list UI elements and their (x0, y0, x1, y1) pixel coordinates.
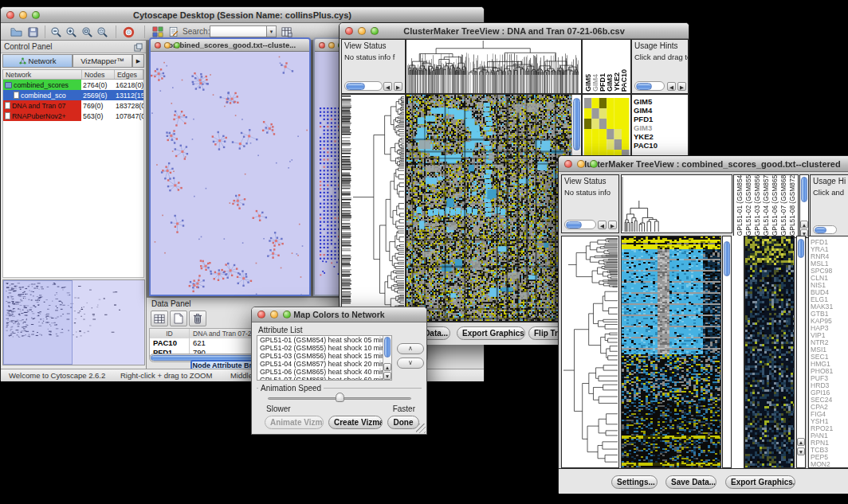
scrollbar-thumb[interactable] (566, 221, 582, 229)
zoom-button[interactable] (590, 160, 598, 168)
scroll-up-button[interactable]: ▲ (800, 221, 808, 229)
birds-eye-canvas[interactable] (3, 280, 144, 365)
save-session-button[interactable] (26, 25, 41, 39)
tv2-heatmap-panel[interactable] (621, 236, 721, 468)
close-button[interactable] (564, 160, 572, 168)
animate-vizmap-button[interactable]: Animate Vizmap (265, 416, 324, 429)
scrollbar-thumb[interactable] (801, 177, 807, 202)
tv2-zoom-vscrollbar[interactable]: ▲ ▼ (796, 236, 806, 468)
zoom-fit-button[interactable] (80, 25, 95, 39)
listbox-vscrollbar[interactable]: ▲ ▼ (383, 336, 391, 380)
scroll-down-button[interactable]: ▼ (797, 447, 805, 455)
export-graphics-button[interactable]: Export Graphics... (725, 475, 795, 489)
help-button[interactable] (121, 25, 136, 39)
birds-eye-view[interactable] (2, 279, 145, 365)
tv2-column-scrollbar[interactable]: ▲ ▼ (799, 174, 809, 238)
attribute-item[interactable]: GPL51-03 (GSM856) heat shock 15 min (257, 352, 391, 360)
tv1-row-dendrogram-panel[interactable] (341, 94, 406, 322)
treeview1-titlebar[interactable]: ClusterMaker TreeView : DNA and Tran 07-… (340, 23, 689, 39)
scrollbar-thumb[interactable] (724, 241, 730, 276)
open-session-button[interactable] (9, 25, 24, 39)
minimize-button[interactable] (358, 27, 366, 35)
create-vizmap-button[interactable]: Create Vizmap (328, 416, 383, 429)
zoom-out-button[interactable] (49, 25, 64, 39)
col-header-edges[interactable]: Edges (115, 70, 143, 79)
tab-vizmapper[interactable]: VizMapper™ (73, 54, 132, 68)
close-button[interactable] (345, 27, 353, 35)
minimize-button[interactable] (164, 42, 171, 49)
scroll-left-button[interactable]: ◀ (383, 82, 392, 91)
minimize-button[interactable] (328, 42, 335, 49)
scrollbar-thumb[interactable] (636, 83, 652, 90)
float-panel-icon[interactable] (134, 43, 143, 52)
search-dropdown-button[interactable]: ▼ (266, 25, 277, 37)
minimize-button[interactable] (577, 160, 585, 168)
tv1-heatmap-panel[interactable] (406, 94, 582, 322)
move-down-button[interactable]: ∨ (397, 357, 424, 369)
column-dendrogram-canvas[interactable] (406, 40, 581, 93)
resize-grip[interactable] (416, 424, 426, 433)
attribute-item[interactable]: GPL51-07 (GSM868) heat shock 60 min (257, 376, 391, 381)
attribute-item[interactable]: GPL51-06 (GSM865) heat shock 40 min (257, 368, 391, 376)
attribute-item[interactable]: GPL51-02 (GSM855) heat shock 10 min (257, 344, 391, 352)
move-up-button[interactable]: ∧ (397, 343, 424, 354)
network-row[interactable]: combined_scores 2764(0) 16218(0) (3, 80, 143, 90)
view-status-scrollbar[interactable] (344, 81, 383, 91)
network-row[interactable]: RNAPuberNov2+ 563(0) 107847(0) (3, 111, 143, 121)
col-header-network[interactable]: Network (3, 70, 82, 79)
tv2-zoom-panel[interactable] (744, 236, 795, 468)
zoom-in-button[interactable] (64, 25, 79, 39)
tv2-heatmap-vscrollbar[interactable] (722, 236, 732, 468)
column-dendrogram-canvas[interactable] (622, 175, 732, 232)
scroll-down-button[interactable]: ▼ (383, 372, 391, 380)
save-data-button[interactable]: Save Data... (665, 475, 716, 489)
network-row[interactable]: DNA and Tran 07 769(0) 183728(0) (3, 100, 143, 111)
delete-attribute-button[interactable] (189, 311, 206, 326)
col-header-id[interactable]: ID (150, 329, 190, 338)
zoom-selected-button[interactable] (95, 25, 110, 39)
scroll-right-button[interactable]: ▶ (394, 82, 402, 91)
slider-thumb[interactable] (336, 393, 344, 402)
attribute-item[interactable]: GPL51-01 (GSM854) heat shock 05 min (257, 336, 391, 344)
close-button[interactable] (155, 42, 161, 49)
scroll-up-button[interactable]: ▲ (383, 363, 391, 371)
select-attributes-button[interactable] (151, 311, 168, 326)
treeview2-titlebar[interactable]: ClusterMaker TreeView : combined_scores_… (559, 156, 848, 172)
scroll-up-button[interactable]: ▲ (797, 438, 805, 446)
scroll-right-button[interactable]: ▶ (608, 221, 617, 229)
network1-titlebar[interactable]: combined_scores_good.txt--cluste... (151, 39, 309, 52)
scrollbar-thumb[interactable] (573, 98, 580, 150)
main-titlebar[interactable]: Cytoscape Desktop (Session Name: collins… (1, 7, 484, 23)
search-input[interactable] (210, 25, 267, 37)
zoom-button[interactable] (32, 11, 40, 19)
scroll-right-button[interactable]: ▶ (677, 82, 686, 91)
zoom-button[interactable] (174, 42, 180, 49)
attribute-listbox[interactable]: GPL51-01 (GSM854) heat shock 05 minGPL51… (257, 335, 392, 381)
global-heatmap-canvas[interactable] (406, 95, 581, 321)
tv2-row-dendrogram-panel[interactable] (561, 236, 619, 468)
row-dendrogram-canvas[interactable] (562, 236, 618, 467)
scrollbar-thumb[interactable] (798, 239, 804, 258)
minimize-button[interactable] (19, 11, 27, 19)
network-canvas-1[interactable] (151, 52, 309, 295)
view-status-scrollbar[interactable] (564, 220, 596, 229)
scrollbar-thumb[interactable] (346, 83, 365, 90)
row-dendrogram-canvas[interactable] (342, 95, 405, 321)
zoom-heatmap-canvas[interactable] (745, 236, 794, 467)
tv1-column-dendrogram-panel[interactable] (406, 39, 582, 94)
done-button[interactable]: Done (387, 416, 419, 429)
settings-button[interactable]: Settings... (611, 475, 658, 489)
col-header-nodes[interactable]: Nodes (82, 70, 115, 79)
close-button[interactable] (319, 42, 325, 49)
scroll-left-button[interactable]: ◀ (598, 221, 607, 229)
create-attribute-button[interactable] (170, 311, 187, 326)
network-row[interactable]: combined_sco 2569(6) 13112(15) (3, 90, 143, 100)
export-graphics-button[interactable]: Export Graphics... (457, 326, 525, 340)
attribute-item[interactable]: GPL51-04 (GSM857) heat shock 20 min (257, 360, 391, 368)
close-button[interactable] (257, 311, 265, 318)
minimize-button[interactable] (270, 311, 278, 318)
tab-overflow-button[interactable]: ▶ (132, 54, 144, 68)
dialog-titlebar[interactable]: Map Colors to Network (252, 307, 426, 322)
close-button[interactable] (6, 11, 14, 19)
zoom-heatmap-canvas[interactable] (583, 96, 630, 162)
